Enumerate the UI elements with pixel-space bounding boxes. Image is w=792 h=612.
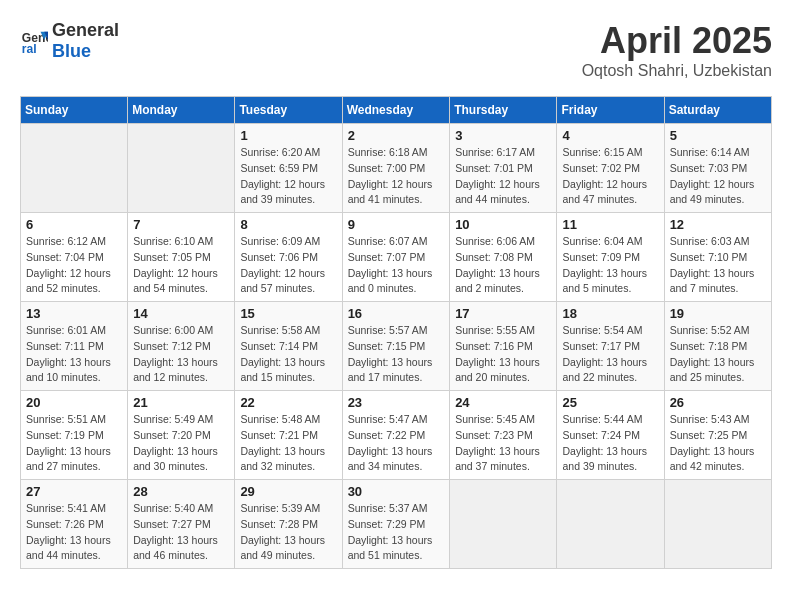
main-title: April 2025	[582, 20, 772, 62]
day-number: 6	[26, 217, 122, 232]
day-number: 16	[348, 306, 445, 321]
day-number: 28	[133, 484, 229, 499]
day-number: 24	[455, 395, 551, 410]
weekday-header: Wednesday	[342, 97, 450, 124]
day-detail: Sunrise: 6:12 AMSunset: 7:04 PMDaylight:…	[26, 234, 122, 297]
calendar-cell: 16Sunrise: 5:57 AMSunset: 7:15 PMDayligh…	[342, 302, 450, 391]
day-number: 12	[670, 217, 766, 232]
day-detail: Sunrise: 5:58 AMSunset: 7:14 PMDaylight:…	[240, 323, 336, 386]
logo-blue: Blue	[52, 41, 91, 61]
calendar-cell: 4Sunrise: 6:15 AMSunset: 7:02 PMDaylight…	[557, 124, 664, 213]
day-detail: Sunrise: 6:20 AMSunset: 6:59 PMDaylight:…	[240, 145, 336, 208]
day-number: 4	[562, 128, 658, 143]
calendar-cell: 18Sunrise: 5:54 AMSunset: 7:17 PMDayligh…	[557, 302, 664, 391]
day-number: 22	[240, 395, 336, 410]
day-detail: Sunrise: 5:44 AMSunset: 7:24 PMDaylight:…	[562, 412, 658, 475]
calendar-cell: 20Sunrise: 5:51 AMSunset: 7:19 PMDayligh…	[21, 391, 128, 480]
day-number: 9	[348, 217, 445, 232]
day-number: 1	[240, 128, 336, 143]
calendar-cell: 19Sunrise: 5:52 AMSunset: 7:18 PMDayligh…	[664, 302, 771, 391]
weekday-header: Saturday	[664, 97, 771, 124]
day-number: 13	[26, 306, 122, 321]
weekday-header: Sunday	[21, 97, 128, 124]
day-detail: Sunrise: 6:06 AMSunset: 7:08 PMDaylight:…	[455, 234, 551, 297]
weekday-row: SundayMondayTuesdayWednesdayThursdayFrid…	[21, 97, 772, 124]
day-detail: Sunrise: 5:52 AMSunset: 7:18 PMDaylight:…	[670, 323, 766, 386]
subtitle: Oqtosh Shahri, Uzbekistan	[582, 62, 772, 80]
day-number: 30	[348, 484, 445, 499]
day-detail: Sunrise: 6:09 AMSunset: 7:06 PMDaylight:…	[240, 234, 336, 297]
logo-general: General	[52, 20, 119, 40]
calendar-body: 1Sunrise: 6:20 AMSunset: 6:59 PMDaylight…	[21, 124, 772, 569]
day-detail: Sunrise: 5:48 AMSunset: 7:21 PMDaylight:…	[240, 412, 336, 475]
day-detail: Sunrise: 5:39 AMSunset: 7:28 PMDaylight:…	[240, 501, 336, 564]
day-detail: Sunrise: 6:00 AMSunset: 7:12 PMDaylight:…	[133, 323, 229, 386]
calendar-cell: 26Sunrise: 5:43 AMSunset: 7:25 PMDayligh…	[664, 391, 771, 480]
day-number: 14	[133, 306, 229, 321]
day-detail: Sunrise: 5:45 AMSunset: 7:23 PMDaylight:…	[455, 412, 551, 475]
day-detail: Sunrise: 5:57 AMSunset: 7:15 PMDaylight:…	[348, 323, 445, 386]
logo: Gene ral General Blue	[20, 20, 119, 62]
calendar-cell: 10Sunrise: 6:06 AMSunset: 7:08 PMDayligh…	[450, 213, 557, 302]
calendar-week-row: 1Sunrise: 6:20 AMSunset: 6:59 PMDaylight…	[21, 124, 772, 213]
calendar-cell: 8Sunrise: 6:09 AMSunset: 7:06 PMDaylight…	[235, 213, 342, 302]
calendar-cell	[557, 480, 664, 569]
day-detail: Sunrise: 5:49 AMSunset: 7:20 PMDaylight:…	[133, 412, 229, 475]
weekday-header: Monday	[128, 97, 235, 124]
calendar-cell: 15Sunrise: 5:58 AMSunset: 7:14 PMDayligh…	[235, 302, 342, 391]
day-number: 2	[348, 128, 445, 143]
calendar-cell: 7Sunrise: 6:10 AMSunset: 7:05 PMDaylight…	[128, 213, 235, 302]
calendar-cell: 1Sunrise: 6:20 AMSunset: 6:59 PMDaylight…	[235, 124, 342, 213]
calendar-cell: 28Sunrise: 5:40 AMSunset: 7:27 PMDayligh…	[128, 480, 235, 569]
calendar-cell: 5Sunrise: 6:14 AMSunset: 7:03 PMDaylight…	[664, 124, 771, 213]
calendar-cell: 17Sunrise: 5:55 AMSunset: 7:16 PMDayligh…	[450, 302, 557, 391]
day-number: 29	[240, 484, 336, 499]
calendar-cell: 6Sunrise: 6:12 AMSunset: 7:04 PMDaylight…	[21, 213, 128, 302]
day-detail: Sunrise: 6:07 AMSunset: 7:07 PMDaylight:…	[348, 234, 445, 297]
day-detail: Sunrise: 5:43 AMSunset: 7:25 PMDaylight:…	[670, 412, 766, 475]
weekday-header: Friday	[557, 97, 664, 124]
day-number: 17	[455, 306, 551, 321]
day-detail: Sunrise: 6:18 AMSunset: 7:00 PMDaylight:…	[348, 145, 445, 208]
day-detail: Sunrise: 5:51 AMSunset: 7:19 PMDaylight:…	[26, 412, 122, 475]
day-number: 19	[670, 306, 766, 321]
day-detail: Sunrise: 6:01 AMSunset: 7:11 PMDaylight:…	[26, 323, 122, 386]
calendar-header: SundayMondayTuesdayWednesdayThursdayFrid…	[21, 97, 772, 124]
calendar-cell: 23Sunrise: 5:47 AMSunset: 7:22 PMDayligh…	[342, 391, 450, 480]
calendar-cell: 14Sunrise: 6:00 AMSunset: 7:12 PMDayligh…	[128, 302, 235, 391]
calendar-week-row: 20Sunrise: 5:51 AMSunset: 7:19 PMDayligh…	[21, 391, 772, 480]
day-number: 5	[670, 128, 766, 143]
day-number: 21	[133, 395, 229, 410]
calendar-cell: 22Sunrise: 5:48 AMSunset: 7:21 PMDayligh…	[235, 391, 342, 480]
calendar-cell: 11Sunrise: 6:04 AMSunset: 7:09 PMDayligh…	[557, 213, 664, 302]
day-detail: Sunrise: 6:17 AMSunset: 7:01 PMDaylight:…	[455, 145, 551, 208]
day-number: 20	[26, 395, 122, 410]
calendar-week-row: 27Sunrise: 5:41 AMSunset: 7:26 PMDayligh…	[21, 480, 772, 569]
svg-text:ral: ral	[22, 42, 37, 55]
day-number: 10	[455, 217, 551, 232]
calendar-week-row: 6Sunrise: 6:12 AMSunset: 7:04 PMDaylight…	[21, 213, 772, 302]
day-number: 23	[348, 395, 445, 410]
logo-text: General Blue	[52, 20, 119, 62]
day-number: 11	[562, 217, 658, 232]
day-number: 26	[670, 395, 766, 410]
day-detail: Sunrise: 5:40 AMSunset: 7:27 PMDaylight:…	[133, 501, 229, 564]
day-number: 25	[562, 395, 658, 410]
day-detail: Sunrise: 6:03 AMSunset: 7:10 PMDaylight:…	[670, 234, 766, 297]
weekday-header: Tuesday	[235, 97, 342, 124]
calendar-cell	[450, 480, 557, 569]
calendar-cell: 13Sunrise: 6:01 AMSunset: 7:11 PMDayligh…	[21, 302, 128, 391]
day-detail: Sunrise: 6:15 AMSunset: 7:02 PMDaylight:…	[562, 145, 658, 208]
calendar-cell: 27Sunrise: 5:41 AMSunset: 7:26 PMDayligh…	[21, 480, 128, 569]
calendar-week-row: 13Sunrise: 6:01 AMSunset: 7:11 PMDayligh…	[21, 302, 772, 391]
day-detail: Sunrise: 6:04 AMSunset: 7:09 PMDaylight:…	[562, 234, 658, 297]
header: Gene ral General Blue April 2025 Oqtosh …	[20, 20, 772, 80]
day-number: 7	[133, 217, 229, 232]
day-number: 15	[240, 306, 336, 321]
calendar-cell: 29Sunrise: 5:39 AMSunset: 7:28 PMDayligh…	[235, 480, 342, 569]
day-number: 27	[26, 484, 122, 499]
calendar-cell: 12Sunrise: 6:03 AMSunset: 7:10 PMDayligh…	[664, 213, 771, 302]
calendar-cell: 9Sunrise: 6:07 AMSunset: 7:07 PMDaylight…	[342, 213, 450, 302]
calendar-cell	[21, 124, 128, 213]
day-number: 18	[562, 306, 658, 321]
